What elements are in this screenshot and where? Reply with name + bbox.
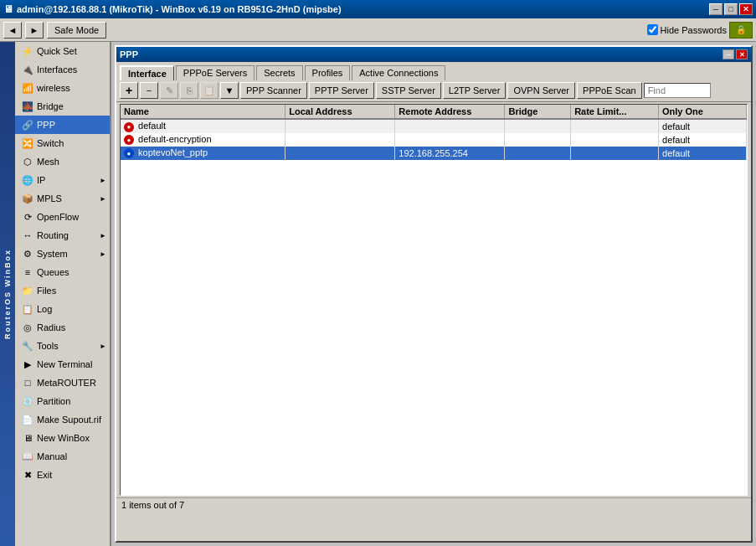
cell-name: ● default xyxy=(121,119,285,133)
l2tp-server-button[interactable]: L2TP Server xyxy=(443,82,507,99)
sidebar-item-partition[interactable]: 💿 Partition xyxy=(15,392,110,410)
sidebar-label-mesh: Mesh xyxy=(37,157,59,167)
tools-icon: 🔧 xyxy=(22,340,33,352)
table-row[interactable]: ● default-encryption default xyxy=(121,133,747,147)
title-bar-left: 🖥 admin@192.168.88.1 (MikroTik) - WinBox… xyxy=(3,3,342,15)
ppp-icon: 🔗 xyxy=(22,119,33,131)
table-row[interactable]: ● default default xyxy=(121,119,747,133)
cell-only-one: default xyxy=(659,147,747,160)
sidebar-item-quick-set[interactable]: ⚡ Quick Set xyxy=(15,42,110,60)
cell-name-text: default xyxy=(138,121,166,131)
row-icon-koptevo: ● xyxy=(124,148,134,158)
cell-bridge xyxy=(505,119,571,133)
routing-icon: ↔ xyxy=(22,229,33,241)
cell-name-text: koptevoNet_pptp xyxy=(138,147,208,157)
edit-button[interactable]: ✎ xyxy=(160,82,178,99)
sidebar-item-mesh[interactable]: ⬡ Mesh xyxy=(15,152,110,171)
tab-secrets[interactable]: Secrets xyxy=(256,65,302,80)
sidebar-item-new-winbox[interactable]: 🖥 New WinBox xyxy=(15,429,110,447)
mpls-icon: 📦 xyxy=(22,193,33,204)
pptp-server-button[interactable]: PPTP Server xyxy=(309,82,374,99)
tab-interface[interactable]: Interface xyxy=(120,65,174,80)
safe-mode-button[interactable]: Safe Mode xyxy=(47,22,106,39)
close-button[interactable]: ✕ xyxy=(739,3,753,15)
ppp-close-button[interactable]: ✕ xyxy=(736,49,748,59)
sidebar-item-interfaces[interactable]: 🔌 Interfaces xyxy=(15,60,110,79)
row-icon-default: ● xyxy=(124,122,134,132)
make-supout-icon: 📄 xyxy=(22,414,33,425)
sidebar-item-files[interactable]: 📁 Files xyxy=(15,281,110,300)
sidebar-item-ip[interactable]: 🌐 IP ► xyxy=(15,171,110,189)
sidebar-label-log: Log xyxy=(37,304,52,314)
files-icon: 📁 xyxy=(22,285,33,296)
hide-passwords-checkbox[interactable] xyxy=(647,24,658,35)
table-row[interactable]: ● koptevoNet_pptp 192.168.255.254 defaul… xyxy=(121,147,747,160)
minimize-button[interactable]: ─ xyxy=(709,3,723,15)
tab-profiles[interactable]: Profiles xyxy=(305,65,351,80)
main-layout: RouterOS WinBox ⚡ Quick Set 🔌 Interfaces… xyxy=(0,42,756,546)
forward-button[interactable]: ► xyxy=(25,22,44,39)
sidebar-label-metarouter: MetaROUTER xyxy=(37,378,96,388)
sidebar-label-ip: IP xyxy=(37,175,45,185)
manual-icon: 📖 xyxy=(22,451,33,462)
ppp-scanner-button[interactable]: PPP Scanner xyxy=(240,82,307,99)
sidebar-item-manual[interactable]: 📖 Manual xyxy=(15,447,110,466)
routeros-strip: RouterOS WinBox xyxy=(0,42,15,546)
add-button[interactable]: + xyxy=(120,82,138,99)
ovpn-server-button[interactable]: OVPN Server xyxy=(507,82,575,99)
ppp-minimize-button[interactable]: ─ xyxy=(723,49,734,59)
remove-button[interactable]: − xyxy=(140,82,158,99)
filter-button[interactable]: ▼ xyxy=(220,82,239,99)
sidebar-item-radius[interactable]: ◎ Radius xyxy=(15,318,110,337)
sidebar-item-openflow[interactable]: ⟳ OpenFlow xyxy=(15,208,110,226)
cell-name-text: default-encryption xyxy=(138,134,211,144)
tab-pppoe-servers[interactable]: PPPoE Servers xyxy=(176,65,255,80)
sidebar-label-mpls: MPLS xyxy=(37,193,62,203)
cell-name: ● koptevoNet_pptp xyxy=(121,147,285,160)
paste-button[interactable]: 📋 xyxy=(200,82,219,99)
find-input[interactable] xyxy=(644,83,711,98)
sstp-server-button[interactable]: SSTP Server xyxy=(376,82,441,99)
sidebar-item-mpls[interactable]: 📦 MPLS ► xyxy=(15,189,110,208)
sidebar-item-routing[interactable]: ↔ Routing ► xyxy=(15,226,110,245)
sidebar-item-bridge[interactable]: 🌉 Bridge xyxy=(15,97,110,116)
sidebar-label-quick-set: Quick Set xyxy=(37,46,77,56)
interfaces-icon: 🔌 xyxy=(22,64,33,75)
sidebar-label-tools: Tools xyxy=(37,341,59,351)
cell-rate-limit xyxy=(571,119,659,133)
sidebar-item-system[interactable]: ⚙ System ► xyxy=(15,245,110,263)
sidebar-label-ppp: PPP xyxy=(37,120,55,130)
col-name: Name xyxy=(121,105,285,119)
sidebar-item-make-supout[interactable]: 📄 Make Supout.rif xyxy=(15,410,110,429)
back-button[interactable]: ◄ xyxy=(3,22,22,39)
sidebar-item-metarouter[interactable]: □ MetaROUTER xyxy=(15,373,110,392)
ip-arrow: ► xyxy=(100,177,106,184)
sidebar-item-queues[interactable]: ≡ Queues xyxy=(15,263,110,281)
copy-button[interactable]: ⎘ xyxy=(180,82,198,99)
routing-arrow: ► xyxy=(100,232,106,240)
partition-icon: 💿 xyxy=(22,395,33,407)
sidebar-label-queues: Queues xyxy=(37,267,69,277)
sidebar-item-log[interactable]: 📋 Log xyxy=(15,300,110,318)
ppp-table: Name Local Address Remote Address Bridge… xyxy=(121,105,747,160)
hide-passwords-label: Hide Passwords xyxy=(661,25,727,35)
ppp-toolbar: + − ✎ ⎘ 📋 ▼ PPP Scanner PPTP Server SSTP… xyxy=(116,80,751,102)
maximize-button[interactable]: □ xyxy=(724,3,738,15)
col-bridge: Bridge xyxy=(505,105,571,119)
mpls-arrow: ► xyxy=(100,195,106,203)
tab-active-connections[interactable]: Active Connections xyxy=(352,65,445,80)
sidebar-label-new-terminal: New Terminal xyxy=(37,359,92,369)
sidebar-item-exit[interactable]: ✖ Exit xyxy=(15,466,110,484)
sidebar-item-switch[interactable]: 🔀 Switch xyxy=(15,134,110,152)
sidebar-item-wireless[interactable]: 📶 wireless xyxy=(15,79,110,97)
sidebar-label-files: Files xyxy=(37,286,56,296)
sidebar-item-ppp[interactable]: 🔗 PPP xyxy=(15,116,110,134)
cell-name: ● default-encryption xyxy=(121,133,285,147)
sidebar-item-tools[interactable]: 🔧 Tools ► xyxy=(15,337,110,355)
col-remote-address: Remote Address xyxy=(395,105,505,119)
sidebar-item-new-terminal[interactable]: ▶ New Terminal xyxy=(15,355,110,373)
row-icon-default-enc: ● xyxy=(124,135,134,145)
window-title: admin@192.168.88.1 (MikroTik) - WinBox v… xyxy=(17,4,342,14)
pppoe-scan-button[interactable]: PPPoE Scan xyxy=(577,82,642,99)
col-local-address: Local Address xyxy=(285,105,395,119)
